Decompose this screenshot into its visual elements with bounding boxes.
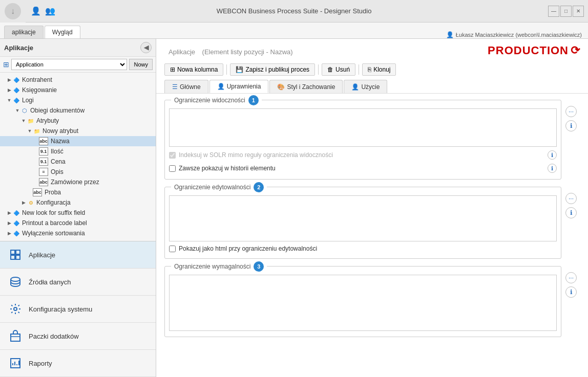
required-info-button[interactable]: ℹ (565, 286, 577, 298)
delete-button[interactable]: 🗑 Usuń (322, 63, 355, 76)
title-bar: ↓ 👤 👥 WEBCON Business Process Suite - De… (0, 0, 588, 23)
nav-item-zrodla[interactable]: Źródła danych (0, 269, 156, 296)
ribbon-tab-akcje[interactable]: aplikacje (4, 26, 44, 38)
tab-styl[interactable]: 🎨 Styl i Zachowanie (269, 80, 343, 93)
new-button[interactable]: Nowy (129, 59, 153, 70)
nav-label-zrodla: Źródła danych (29, 278, 71, 286)
folder-icon: 📁 (27, 117, 35, 125)
nav-label-paczki: Paczki dodatków (29, 332, 79, 340)
section-required-body (165, 267, 561, 337)
tree-label-logi: Logi (22, 97, 34, 104)
section-visibility-body: Indeksuj w SOLR mimo reguły ograniczenia… (165, 100, 561, 179)
page-title: Aplikacje (Element listy pozycji - Nazwa… (164, 45, 293, 56)
tree-item-zamowione[interactable]: abc Zamówione przez (0, 177, 156, 187)
maximize-button[interactable]: □ (560, 6, 572, 17)
tree-item-nowy-atrybut[interactable]: ▼ 📁 Nowy atrybut (0, 126, 156, 136)
process-icon: 🔷 (12, 86, 20, 94)
svg-point-4 (11, 277, 20, 281)
tab-uprawnienia[interactable]: 👤 Uprawnienia (209, 80, 269, 93)
svg-rect-3 (16, 255, 20, 259)
sidebar-nav: Aplikacje Źródła danych (0, 241, 156, 377)
expand-icon-placeholder (27, 189, 33, 195)
new-column-button[interactable]: ⊞ Nowa kolumna (164, 63, 223, 76)
user-icon: 👤 (446, 31, 454, 38)
close-button[interactable]: ✕ (573, 6, 584, 17)
tree-item-newlook[interactable]: ▶ 🔷 New look for suffix field (0, 208, 156, 218)
clone-label: Klonuj (373, 66, 390, 73)
required-textarea[interactable] (169, 275, 557, 331)
nav-item-paczki[interactable]: Paczki dodatków (0, 323, 156, 350)
edytability-textarea[interactable] (169, 195, 557, 241)
section-required: Ograniczenie wymagalności 3 (164, 266, 561, 337)
expand-icon: ▶ (6, 87, 12, 93)
solr-info-button[interactable]: ℹ (548, 150, 557, 160)
application-select[interactable]: Application (11, 59, 127, 70)
save-publish-label: Zapisz i publikuj proces (245, 66, 309, 73)
toolbar-separator-1 (226, 64, 227, 75)
html-label: Pokazuj jako html przy ograniczeniu edyt… (179, 245, 317, 252)
edytability-info-button[interactable]: ℹ (565, 207, 577, 218)
sidebar-collapse-button[interactable]: ◀ (140, 42, 152, 53)
logo-circle: ↓ (5, 3, 21, 19)
tree-item-cena[interactable]: 9.1 Cena (0, 157, 156, 167)
visibility-action-buttons: ··· ℹ (565, 106, 577, 131)
tree-item-konfiguracja[interactable]: ▶ ⚙ Konfiguracja (0, 197, 156, 208)
clone-button[interactable]: ⎘ Klonuj (362, 63, 396, 76)
save-publish-button[interactable]: 💾 Zapisz i publikuj proces (230, 63, 315, 76)
edytability-more-button[interactable]: ··· (565, 193, 577, 204)
html-checkbox[interactable] (169, 246, 176, 252)
nav-label-aplikacje: Aplikacje (29, 251, 55, 259)
nav-item-aplikacje[interactable]: Aplikacje (0, 241, 156, 269)
delete-icon: 🗑 (327, 66, 333, 73)
section-edytability: Ograniczenie edytowalności 2 Pokazuj jak… (164, 187, 561, 259)
tree-item-logi[interactable]: ▼ 🔷 Logi (0, 95, 156, 105)
abc-icon2: abc (39, 178, 48, 186)
title-bar-icons: 👤 👥 (26, 6, 60, 16)
text-icon: ≡ (39, 168, 48, 176)
ribbon-tab-wyglad[interactable]: Wygląd (45, 26, 80, 38)
visibility-textarea[interactable] (169, 108, 557, 147)
svg-rect-6 (11, 334, 20, 341)
tab-glowne-label: Główne (180, 83, 201, 91)
expand-icon: ▼ (14, 107, 20, 114)
tree-item-nazwa[interactable]: abc Nazwa (0, 136, 156, 146)
tree-item-wylaczenie[interactable]: ▶ 🔷 Wyłączenie sortowania (0, 228, 156, 238)
toolbar-separator-2 (318, 64, 319, 75)
process-icon: ⬡ (20, 106, 29, 115)
history-info-button[interactable]: ℹ (548, 164, 557, 173)
visibility-info-button[interactable]: ℹ (565, 120, 577, 131)
tree-item-opis[interactable]: ≡ Opis (0, 167, 156, 177)
tree-label-ilosc: Ilość (51, 148, 64, 155)
tree-item-atrybuty[interactable]: ▼ 📁 Atrybuty (0, 116, 156, 126)
tree-label-nowy-atrybut: Nowy atrybut (43, 127, 78, 135)
nav-item-konfigsystem[interactable]: Konfiguracja systemu (0, 296, 156, 323)
toolbar: ⊞ Nowa kolumna 💾 Zapisz i publikuj proce… (164, 61, 580, 78)
tree-item-proba[interactable]: abc Proba (0, 187, 156, 197)
visibility-more-button[interactable]: ··· (565, 106, 577, 117)
svg-rect-0 (11, 250, 15, 254)
process-icon-logi: 🔷 (12, 96, 20, 104)
save-icon: 💾 (236, 66, 243, 73)
history-checkbox[interactable] (169, 165, 176, 172)
tree-item-ilosc[interactable]: 9.1 Ilość (0, 146, 156, 157)
tree-label-kontrahent: Kontrahent (22, 76, 52, 83)
tree-item-kontrahent[interactable]: ▶ 🔷 Kontrahent (0, 75, 156, 85)
tab-glowne[interactable]: ☰ Główne (164, 80, 208, 93)
tree-item-printout[interactable]: ▶ 🔷 Printout a barcode label (0, 218, 156, 228)
db-nav-icon (8, 275, 23, 289)
tab-styl-icon: 🎨 (277, 83, 285, 91)
expand-icon-placeholder (33, 138, 39, 144)
tree-item-obiegi[interactable]: ▼ ⬡ Obiegi dokumentów (0, 105, 156, 116)
tree-item-ksiegowaie[interactable]: ▶ 🔷 Księgowanie (0, 85, 156, 95)
production-icon: ⟳ (571, 44, 580, 57)
clone-icon: ⎘ (368, 66, 371, 73)
solr-checkbox[interactable] (169, 152, 176, 159)
expand-icon: ▶ (6, 230, 12, 236)
process-icon: 🔷 (12, 76, 20, 84)
abc-icon3: abc (33, 188, 42, 196)
required-more-button[interactable]: ··· (565, 272, 577, 283)
nav-item-raporty[interactable]: Raporty (0, 350, 156, 377)
tab-uzycie[interactable]: 👤 Użycie (344, 80, 387, 93)
minimize-button[interactable]: — (548, 6, 559, 17)
section-required-legend: Ograniczenie wymagalności 3 (171, 261, 267, 272)
